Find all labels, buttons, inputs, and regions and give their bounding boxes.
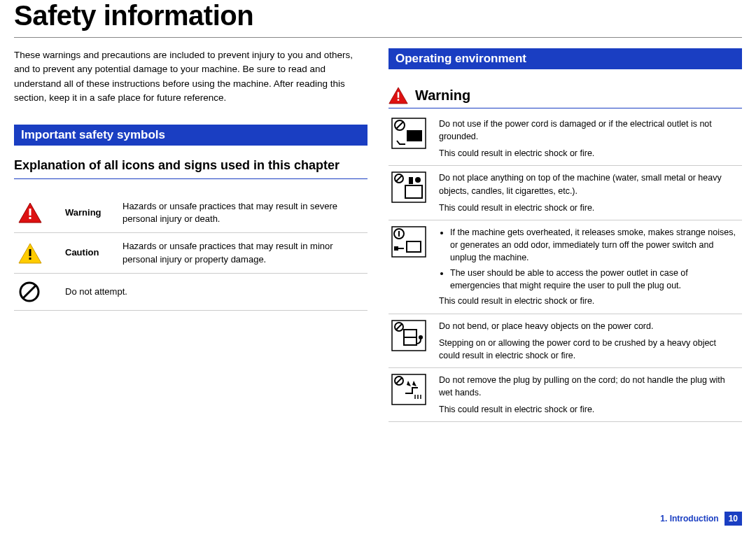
footer-chapter: 1. Introduction (660, 514, 718, 524)
svg-rect-19 (409, 177, 413, 184)
env-row3-bullet2: The user should be able to access the po… (450, 267, 739, 292)
env-row3-line2: This could result in electric shock or f… (439, 295, 739, 307)
svg-rect-4 (29, 249, 31, 256)
table-row: Do not place anything on top of the mach… (388, 166, 742, 220)
svg-rect-9 (398, 92, 399, 98)
env-row5-line2: This could result in electric shock or f… (439, 403, 739, 416)
environment-table: Do not use if the power cord is damaged … (388, 112, 742, 422)
overheat-unplug-icon (391, 226, 426, 258)
wet-hands-plug-icon (391, 374, 426, 405)
table-row: If the machine gets overheated, it relea… (388, 220, 742, 314)
warning-heading-text: Warning (415, 87, 470, 104)
svg-line-7 (23, 286, 36, 298)
table-row: Do not attempt. (14, 273, 368, 310)
section-bar-environment: Operating environment (388, 48, 742, 69)
warning-heading: Warning (388, 87, 742, 104)
page-footer: 1. Introduction 10 (660, 512, 742, 526)
noattempt-desc: Do not attempt. (61, 273, 368, 310)
svg-rect-2 (29, 217, 31, 219)
env-row1-line1: Do not use if the power cord is damaged … (439, 118, 739, 143)
right-column: Operating environment Warning (388, 48, 742, 422)
warning-desc: Hazards or unsafe practices that may res… (118, 193, 368, 233)
caution-triangle-icon (18, 243, 42, 264)
content-columns: These warnings and precautions are inclu… (0, 48, 756, 422)
warning-rule (388, 108, 742, 108)
objects-on-machine-icon (391, 171, 426, 203)
svg-rect-18 (405, 185, 422, 198)
warning-triangle-icon (388, 87, 408, 104)
svg-rect-1 (29, 209, 31, 216)
svg-rect-24 (407, 241, 421, 252)
table-row: Do not bend, or place heavy objects on t… (388, 314, 742, 367)
table-row: Do not remove the plug by pulling on the… (388, 367, 742, 421)
svg-line-13 (396, 122, 403, 129)
damaged-cord-icon (391, 118, 426, 149)
caution-label: Caution (61, 233, 118, 273)
env-row3-bullet1: If the machine gets overheated, it relea… (450, 226, 739, 264)
svg-line-34 (396, 378, 402, 384)
table-row: Warning Hazards or unsafe practices that… (14, 193, 368, 233)
footer-page-number: 10 (724, 512, 742, 526)
warning-label: Warning (61, 193, 118, 233)
symbols-subhead: Explanation of all icons and signs used … (14, 158, 368, 173)
prohibit-icon (18, 281, 41, 303)
svg-rect-5 (29, 258, 31, 260)
svg-point-20 (415, 177, 421, 183)
table-row: Caution Hazards or unsafe practices that… (14, 233, 368, 273)
svg-rect-32 (392, 374, 426, 405)
page-title: Safety information (14, 0, 756, 31)
env-row1-line2: This could result in electric shock or f… (439, 147, 739, 160)
intro-paragraph: These warnings and precautions are inclu… (14, 48, 368, 105)
svg-line-17 (396, 176, 402, 181)
env-row2-line1: Do not place anything on top of the mach… (439, 171, 739, 197)
svg-rect-14 (407, 130, 422, 141)
svg-point-31 (419, 335, 423, 339)
env-row5-line1: Do not remove the plug by pulling on the… (439, 374, 739, 399)
svg-rect-10 (398, 99, 399, 100)
env-row4-line1: Do not bend, or place heavy objects on t… (439, 320, 739, 332)
svg-line-28 (396, 324, 402, 330)
table-row: Do not use if the power cord is damaged … (388, 112, 742, 166)
symbols-rule (14, 178, 368, 179)
env-row3-bullets: If the machine gets overheated, it relea… (439, 226, 739, 293)
symbols-table: Warning Hazards or unsafe practices that… (14, 193, 368, 311)
env-row4-line2: Stepping on or allowing the power cord t… (439, 337, 739, 362)
env-row2-line2: This could result in electric shock or f… (439, 202, 739, 214)
warning-triangle-icon (18, 202, 42, 223)
title-rule (14, 37, 742, 38)
section-bar-symbols: Important safety symbols (14, 125, 368, 146)
left-column: These warnings and precautions are inclu… (14, 48, 368, 422)
bend-cord-icon (391, 320, 426, 351)
svg-rect-25 (394, 246, 398, 251)
caution-desc: Hazards or unsafe practices that may res… (118, 233, 368, 273)
